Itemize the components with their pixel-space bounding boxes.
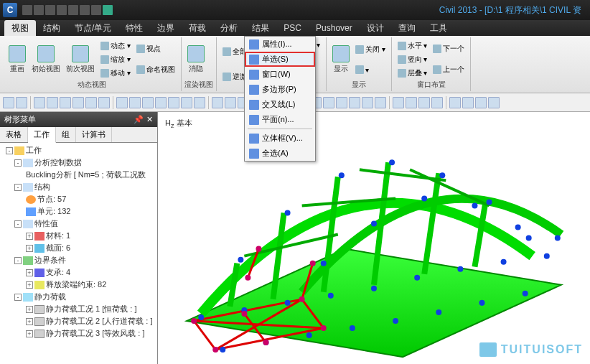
ribbon-消隐[interactable]: 消隐 (184, 39, 207, 80)
tree-node[interactable]: -特性值 (3, 218, 154, 230)
tool-btn[interactable] (212, 97, 223, 108)
tool-btn[interactable] (431, 97, 443, 108)
tool-btn[interactable] (116, 97, 128, 108)
expand-icon[interactable]: - (14, 257, 22, 264)
tree-node[interactable]: -分析控制数据 (3, 157, 154, 169)
menu-荷载[interactable]: 荷载 (182, 20, 213, 37)
tool-btn[interactable] (336, 97, 347, 108)
tool-btn[interactable] (462, 97, 474, 108)
menu-PSC[interactable]: PSC (276, 21, 309, 35)
menu-item-交叉线(L)[interactable]: 交叉线(L) (245, 97, 315, 112)
panel-tab-工作[interactable]: 工作 (28, 127, 56, 143)
tool-btn[interactable] (129, 97, 141, 108)
ribbon-显示[interactable]: 显示 (329, 39, 352, 80)
expand-icon[interactable]: - (6, 147, 13, 154)
qat-icon[interactable] (45, 5, 55, 15)
tree-node[interactable]: +截面: 6 (3, 242, 154, 254)
ribbon-关闭[interactable]: 关闭 ▾ (354, 44, 387, 55)
ribbon-前次视图[interactable]: 前次视图 (63, 39, 98, 80)
close-icon[interactable]: ✕ (146, 115, 153, 124)
menu-结果[interactable]: 结果 (245, 20, 276, 37)
menu-查询[interactable]: 查询 (391, 20, 423, 37)
tool-btn[interactable] (488, 97, 500, 108)
pin-icon[interactable]: 📌 (134, 115, 144, 124)
ribbon-重画[interactable]: 重画 (6, 39, 29, 80)
tree-node[interactable]: Buckling分析 [ Nm=5 ; 荷载工况数 (3, 169, 154, 181)
qat-icon[interactable] (22, 5, 32, 15)
menu-item-单选(S)[interactable]: 单选(S) (245, 52, 315, 67)
tool-btn[interactable] (181, 97, 192, 108)
ribbon-[interactable]: ▾ (354, 65, 387, 75)
tool-btn[interactable] (393, 97, 404, 108)
ribbon-初始视图[interactable]: 初始视图 (29, 39, 63, 80)
tool-btn[interactable] (449, 97, 461, 108)
qat-icon[interactable] (57, 5, 67, 15)
menu-边界[interactable]: 边界 (150, 20, 182, 37)
expand-icon[interactable]: + (26, 318, 33, 325)
menu-节点/单元[interactable]: 节点/单元 (67, 20, 118, 37)
expand-icon[interactable]: - (14, 294, 22, 301)
expand-icon[interactable]: - (14, 184, 22, 191)
ribbon-缩放[interactable]: 缩放 ▾ (99, 54, 132, 65)
ribbon-视点[interactable]: 视点 (135, 43, 177, 55)
menu-视图[interactable]: 视图 (4, 20, 36, 37)
tree-node[interactable]: -边界条件 (3, 254, 154, 266)
menu-item-窗口(W)[interactable]: 窗口(W) (245, 67, 315, 82)
expand-icon[interactable]: + (26, 281, 33, 289)
tool-btn[interactable] (349, 97, 360, 108)
tool-btn[interactable] (34, 97, 45, 108)
tool-btn[interactable] (375, 97, 386, 108)
menu-设计[interactable]: 设计 (360, 20, 391, 37)
tool-btn[interactable] (47, 97, 58, 108)
tool-btn[interactable] (60, 97, 71, 108)
tool-btn[interactable] (362, 97, 373, 108)
tree-node[interactable]: +支承: 4 (3, 266, 154, 279)
panel-tab-组[interactable]: 组 (56, 127, 76, 142)
menu-item-属性(I)...[interactable]: 属性(I)... (245, 37, 315, 52)
menu-特性[interactable]: 特性 (118, 20, 150, 37)
ribbon-移动[interactable]: 移动 ▾ (99, 67, 132, 79)
qat-icon[interactable] (80, 5, 90, 15)
tree-node[interactable]: +材料: 1 (3, 230, 154, 242)
tool-btn[interactable] (475, 97, 487, 108)
tree-node[interactable]: -静力荷载 (3, 291, 154, 303)
viewport[interactable]: Hz 基本 (158, 112, 590, 364)
menu-item-多边形(P)[interactable]: 多边形(P) (245, 82, 315, 97)
tool-btn[interactable] (168, 97, 179, 108)
tree-node[interactable]: -工作 (3, 144, 154, 157)
panel-tab-计算书[interactable]: 计算书 (76, 127, 112, 142)
ribbon-层叠[interactable]: 层叠 ▾ (396, 67, 429, 79)
qat-icon[interactable] (91, 5, 101, 15)
tool-btn[interactable] (98, 97, 110, 108)
ribbon-命名视图[interactable]: 命名视图 (135, 64, 177, 75)
ribbon-竖向[interactable]: 竖向 ▾ (396, 54, 429, 65)
expand-icon[interactable]: - (14, 220, 22, 228)
tool-btn[interactable] (16, 97, 27, 108)
tool-btn[interactable] (418, 97, 430, 108)
panel-tab-表格[interactable]: 表格 (0, 127, 28, 142)
expand-icon[interactable]: - (14, 159, 22, 167)
ribbon-下一个[interactable]: 下一个 (431, 43, 466, 55)
ribbon-水平[interactable]: 水平 ▾ (396, 40, 429, 52)
menu-item-全选(A)[interactable]: 全选(A) (245, 146, 315, 161)
qat-icon[interactable] (34, 5, 44, 15)
menu-工具[interactable]: 工具 (423, 20, 454, 37)
tool-btn[interactable] (142, 97, 154, 108)
menu-item-立体框(V)...[interactable]: 立体框(V)... (245, 131, 315, 146)
qat-icon[interactable] (68, 5, 78, 15)
menu-Pushover[interactable]: Pushover (309, 21, 360, 35)
tool-btn[interactable] (194, 97, 205, 108)
tool-btn[interactable] (406, 97, 417, 108)
ribbon-动态[interactable]: 动态 ▾ (99, 40, 132, 52)
tree-node[interactable]: +静力荷载工况 2 [人行道荷载 : ] (3, 315, 154, 327)
tool-btn[interactable] (3, 97, 14, 108)
menu-分析[interactable]: 分析 (213, 20, 245, 37)
tree-node[interactable]: 节点: 57 (3, 193, 154, 205)
expand-icon[interactable]: + (26, 245, 33, 252)
expand-icon[interactable]: + (26, 330, 33, 337)
tool-btn[interactable] (72, 97, 84, 108)
expand-icon[interactable]: + (26, 269, 33, 276)
tree-node[interactable]: +静力荷载工况 1 [恒荷载 : ] (3, 303, 154, 315)
tree-node[interactable]: -结构 (3, 181, 154, 193)
ribbon-上一个[interactable]: 上一个 (431, 64, 466, 75)
